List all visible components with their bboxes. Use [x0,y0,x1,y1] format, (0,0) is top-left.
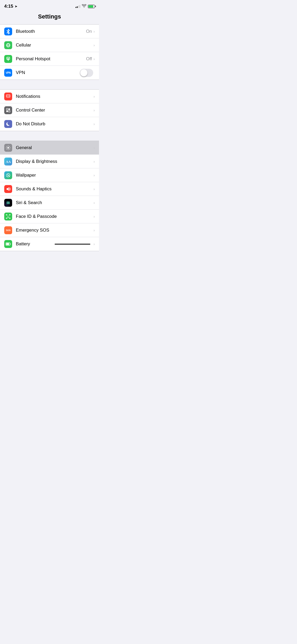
face-id-row[interactable]: Face ID & Passcode › [0,210,99,223]
wallpaper-label: Wallpaper [16,173,93,178]
general-chevron: › [93,146,95,150]
hotspot-chevron: › [93,57,95,61]
signal-bar-2 [77,6,78,8]
vpn-row[interactable]: VPN VPN [0,66,99,80]
wallpaper-row[interactable]: Wallpaper › [0,168,99,182]
emergency-sos-icon: SOS [4,226,12,234]
svg-rect-10 [6,111,8,112]
battery-row[interactable]: Battery › [0,237,99,251]
svg-point-24 [8,202,9,203]
cellular-label: Cellular [16,43,93,48]
svg-rect-27 [6,218,7,219]
general-label: General [16,145,93,150]
system1-section: Notifications › Control Center › Do Not … [0,89,99,131]
bluetooth-label: Bluetooth [16,29,86,34]
do-not-disturb-chevron: › [93,122,95,126]
sounds-haptics-icon [4,185,12,193]
status-bar: 4:15 ➤ [0,0,99,11]
hotspot-icon [4,55,12,63]
signal-bars-icon [76,5,80,8]
svg-point-16 [9,174,9,174]
siri-search-label: Siri & Search [16,200,93,205]
vpn-icon: VPN [4,69,12,77]
display-brightness-row[interactable]: AA Display & Brightness › [0,155,99,168]
display-brightness-icon: AA [4,158,12,165]
cellular-chevron: › [93,43,95,47]
battery-row-icon [4,240,12,248]
display-brightness-label: Display & Brightness [16,159,93,164]
vpn-toggle-knob [80,69,87,76]
control-center-chevron: › [93,108,95,112]
svg-point-18 [7,176,7,176]
divider-1 [0,80,99,89]
hotspot-value: Off [86,56,92,62]
hotspot-label: Personal Hotspot [16,56,86,62]
general-row[interactable]: General › [0,141,99,155]
svg-text:AA: AA [6,160,11,163]
svg-rect-25 [6,214,7,215]
svg-point-12 [7,147,9,149]
bluetooth-row[interactable]: Bluetooth On › [0,25,99,38]
hotspot-row[interactable]: Personal Hotspot Off › [0,52,99,66]
do-not-disturb-icon [4,120,12,128]
connectivity-section: Bluetooth On › Cellular › Pe [0,24,99,80]
siri-search-row[interactable]: Siri & Search › [0,196,99,210]
svg-marker-21 [7,187,9,191]
svg-rect-11 [8,111,10,112]
wallpaper-chevron: › [93,173,95,177]
bluetooth-value: On [86,29,92,34]
time-display: 4:15 [4,4,13,9]
bluetooth-icon [4,27,12,35]
vpn-toggle[interactable] [80,69,93,77]
status-time: 4:15 ➤ [4,4,17,9]
cellular-row[interactable]: Cellular › [0,38,99,52]
battery-progress-line [55,244,90,245]
signal-bar-4 [79,5,80,8]
siri-search-icon [4,199,12,207]
control-center-icon [4,106,12,114]
sounds-haptics-label: Sounds & Haptics [16,186,93,192]
face-id-chevron: › [93,214,95,219]
page-title: Settings [0,11,99,24]
do-not-disturb-label: Do Not Disturb [16,121,93,127]
notifications-chevron: › [93,94,95,99]
battery-fill [88,5,93,8]
siri-search-chevron: › [93,201,95,205]
notifications-label: Notifications [16,94,93,99]
emergency-sos-label: Emergency SOS [16,228,93,233]
location-arrow-icon: ➤ [15,5,17,8]
svg-point-17 [9,176,10,177]
wifi-icon [82,4,86,8]
face-id-icon [4,213,12,220]
general-icon [4,144,12,152]
svg-point-6 [8,95,9,96]
svg-point-7 [9,95,10,96]
svg-point-5 [7,95,8,96]
status-icons [76,4,95,8]
display-brightness-chevron: › [93,159,95,164]
svg-rect-26 [9,214,10,215]
vpn-label: VPN [16,70,80,75]
signal-bar-3 [78,6,79,8]
battery-chevron: › [93,242,95,246]
control-center-row[interactable]: Control Center › [0,103,99,117]
svg-rect-9 [8,108,10,110]
wallpaper-icon [4,171,12,179]
do-not-disturb-row[interactable]: Do Not Disturb › [0,117,99,131]
sos-text: SOS [6,229,11,232]
svg-rect-8 [6,108,8,110]
signal-bar-1 [76,7,76,8]
notifications-icon [4,93,12,100]
cellular-icon [4,41,12,49]
svg-point-15 [7,174,8,175]
svg-rect-32 [6,243,9,245]
emergency-sos-row[interactable]: SOS Emergency SOS › [0,223,99,237]
battery-label: Battery [16,241,51,247]
control-center-label: Control Center [16,108,93,113]
sounds-haptics-row[interactable]: Sounds & Haptics › [0,182,99,196]
svg-rect-28 [9,218,10,219]
system2-section: General › AA Display & Brightness › Wall… [0,141,99,251]
emergency-sos-chevron: › [93,228,95,232]
svg-point-20 [8,173,8,174]
notifications-row[interactable]: Notifications › [0,90,99,103]
